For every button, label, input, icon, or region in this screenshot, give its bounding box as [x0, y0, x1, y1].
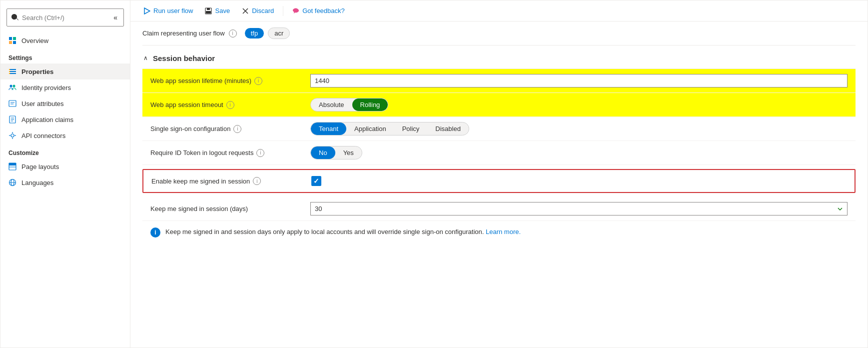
web-app-session-timeout-info[interactable]: i	[226, 101, 234, 109]
session-form: Web app session lifetime (minutes) i Web…	[142, 69, 856, 221]
id-token-yes[interactable]: Yes	[335, 146, 362, 159]
sidebar-item-user-attributes-label: User attributes	[21, 100, 64, 108]
enable-keep-signed-checkbox[interactable]: ✓	[311, 176, 321, 186]
search-input[interactable]	[22, 14, 108, 22]
session-section-header: ∧ Session behavior	[142, 46, 856, 69]
id-token-toggle: No Yes	[310, 146, 362, 160]
session-collapse-button[interactable]: ∧	[142, 54, 149, 62]
session-timeout-toggle: Absolute Rolling	[310, 98, 388, 112]
id-token-no[interactable]: No	[311, 146, 335, 159]
svg-rect-2	[13, 37, 16, 40]
sso-application[interactable]: Application	[346, 122, 394, 135]
customize-section-label: Customize	[0, 146, 130, 158]
sidebar-item-page-layouts[interactable]: Page layouts	[0, 158, 130, 174]
keep-signed-days-value: 30	[315, 205, 322, 212]
sidebar-item-api-connectors[interactable]: API connectors	[0, 128, 130, 144]
run-icon	[143, 8, 150, 14]
session-section-label: Session behavior	[153, 54, 215, 62]
sidebar-item-properties-label: Properties	[21, 68, 53, 76]
page-layouts-icon	[8, 162, 16, 170]
sso-policy[interactable]: Policy	[394, 122, 428, 135]
svg-rect-34	[206, 11, 211, 14]
sidebar-item-api-connectors-label: API connectors	[21, 132, 65, 140]
single-sign-on-info[interactable]: i	[233, 125, 241, 133]
properties-icon	[8, 68, 16, 76]
toolbar: Run user flow Save Discard	[130, 0, 868, 22]
claim-row-label: Claim representing user flow	[142, 30, 225, 37]
single-sign-on-row: Single sign-on configuration i Tenant Ap…	[142, 117, 856, 141]
svg-rect-5	[9, 69, 16, 70]
web-app-session-lifetime-row: Web app session lifetime (minutes) i	[142, 69, 856, 93]
discard-button[interactable]: Discard	[237, 4, 279, 17]
svg-point-20	[11, 134, 14, 137]
application-claims-icon	[8, 116, 16, 124]
user-attributes-icon	[8, 100, 16, 108]
svg-point-11	[10, 85, 12, 88]
enable-keep-signed-label: Enable keep me signed in session	[151, 178, 250, 185]
web-app-session-lifetime-info[interactable]: i	[254, 77, 262, 85]
sso-tenant[interactable]: Tenant	[311, 122, 346, 135]
info-note-icon: i	[150, 228, 160, 238]
web-app-session-timeout-label: Web app session timeout	[150, 101, 223, 108]
enable-keep-signed-label-group: Enable keep me signed in session i	[151, 177, 311, 185]
sidebar-item-languages-label: Languages	[21, 179, 53, 186]
keep-signed-days-select[interactable]: 30	[310, 202, 848, 216]
svg-rect-26	[9, 163, 16, 166]
settings-section-label: Settings	[0, 50, 130, 64]
session-timeout-absolute[interactable]: Absolute	[311, 98, 352, 111]
sidebar-item-properties[interactable]: Properties	[0, 64, 130, 80]
require-id-token-info[interactable]: i	[256, 149, 264, 157]
sidebar-item-application-claims[interactable]: Application claims	[0, 112, 130, 128]
single-sign-on-control: Tenant Application Policy Disabled	[310, 122, 848, 136]
sidebar-item-application-claims-label: Application claims	[21, 116, 73, 124]
claim-tag: tfp	[245, 28, 264, 38]
claim-row: Claim representing user flow i tfp acr	[142, 22, 856, 46]
svg-rect-1	[9, 37, 12, 40]
keep-signed-days-label: Keep me signed in session (days)	[150, 205, 248, 212]
search-box[interactable]: «	[6, 8, 124, 26]
save-icon	[205, 8, 212, 14]
svg-rect-4	[13, 41, 16, 44]
single-sign-on-label: Single sign-on configuration	[150, 125, 230, 132]
sidebar-item-overview[interactable]: Overview	[0, 32, 130, 48]
sso-toggle: Tenant Application Policy Disabled	[310, 122, 469, 136]
enable-keep-signed-row: Enable keep me signed in session i ✓	[142, 169, 856, 193]
collapse-sidebar-button[interactable]: «	[111, 12, 119, 24]
feedback-button[interactable]: Got feedback?	[287, 4, 350, 17]
web-app-session-timeout-label-group: Web app session timeout i	[150, 101, 310, 109]
single-sign-on-label-group: Single sign-on configuration i	[150, 125, 310, 133]
svg-marker-31	[144, 8, 150, 14]
require-id-token-label: Require ID Token in logout requests	[150, 149, 253, 156]
sidebar-item-overview-label: Overview	[21, 37, 48, 44]
claim-info-icon[interactable]: i	[229, 30, 237, 38]
sidebar-item-identity-providers[interactable]: Identity providers	[0, 80, 130, 96]
svg-point-12	[13, 85, 15, 88]
enable-keep-signed-info[interactable]: i	[253, 177, 261, 185]
enable-keep-signed-control: ✓	[311, 176, 847, 186]
session-timeout-rolling[interactable]: Rolling	[352, 98, 388, 111]
discard-icon	[242, 8, 249, 14]
sidebar-item-identity-providers-label: Identity providers	[21, 84, 71, 92]
sso-disabled[interactable]: Disabled	[427, 122, 469, 135]
sidebar-item-languages[interactable]: Languages	[0, 174, 130, 190]
require-id-token-row: Require ID Token in logout requests i No…	[142, 141, 856, 165]
web-app-session-lifetime-label-group: Web app session lifetime (minutes) i	[150, 77, 310, 85]
search-icon	[11, 14, 19, 22]
save-button[interactable]: Save	[200, 4, 235, 17]
sidebar-item-user-attributes[interactable]: User attributes	[0, 96, 130, 112]
svg-rect-3	[9, 41, 12, 44]
sidebar-item-page-layouts-label: Page layouts	[21, 163, 59, 170]
checkbox-check-icon: ✓	[313, 177, 319, 185]
svg-rect-33	[207, 8, 210, 10]
languages-icon	[8, 178, 16, 186]
main-content: Claim representing user flow i tfp acr ∧…	[130, 22, 868, 348]
learn-more-link[interactable]: Learn more.	[486, 228, 521, 236]
svg-rect-7	[9, 73, 16, 74]
web-app-session-lifetime-input[interactable]	[310, 74, 848, 88]
chevron-down-icon	[837, 206, 843, 212]
sidebar: « Overview Settings	[0, 0, 130, 348]
run-user-flow-button[interactable]: Run user flow	[138, 4, 198, 17]
info-note: i Keep me signed in and session days onl…	[142, 221, 856, 244]
web-app-session-timeout-control: Absolute Rolling	[310, 98, 848, 112]
api-connectors-icon	[8, 132, 16, 140]
